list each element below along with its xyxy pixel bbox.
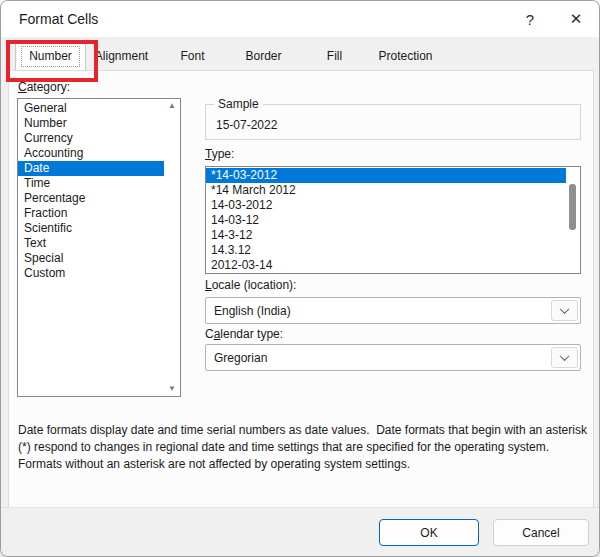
number-tab-page: Category: General Number Currency Accoun… [8,70,594,509]
sample-value: 15-07-2022 [216,118,277,132]
type-list-item[interactable]: *14-03-2012 [206,168,566,183]
cancel-button[interactable]: Cancel [493,519,589,546]
chevron-down-icon [560,351,570,361]
tab-label: Font [180,49,204,63]
category-scrollbar[interactable]: ▲ ▼ [164,99,180,396]
format-description: Date formats display date and time seria… [18,422,590,473]
type-label: Type: [205,147,234,161]
tab[interactable]: Border [228,41,299,70]
help-icon[interactable]: ? [507,1,553,37]
category-list-item[interactable]: Scientific [18,221,164,236]
type-list-item[interactable]: *14 March 2012 [206,183,566,198]
type-list-item[interactable]: 2012-03-14 [206,258,566,273]
type-list-item[interactable]: 14.3.12 [206,243,566,258]
calendar-dropdown-button[interactable] [551,347,578,368]
category-list-item[interactable]: Percentage [18,191,164,206]
locale-label: Locale (location): [205,278,296,292]
tab[interactable]: Protection [370,41,441,70]
tab-label: Protection [378,49,432,63]
tabs: Number Alignment Font Border Fill [1,37,599,70]
category-list-item[interactable]: Accounting [18,146,164,161]
locale-value: English (India) [206,304,580,318]
category-list-item[interactable]: Number [18,116,164,131]
tab[interactable]: Number [15,41,86,70]
type-scrollbar[interactable] [566,167,580,273]
tab-strip: Number Alignment Font Border Fill [1,37,599,70]
type-list-item[interactable]: 14-03-2012 [206,198,566,213]
category-list-item[interactable]: Date [18,161,164,176]
ok-button[interactable]: OK [379,519,479,546]
type-items: *14-03-2012 *14 March 2012 14-03-2012 14… [206,167,566,273]
close-icon[interactable]: ✕ [553,1,599,37]
calendar-type-dropdown[interactable]: Gregorian [205,344,581,371]
window-title: Format Cells [1,11,507,27]
scroll-up-icon[interactable]: ▲ [168,101,176,111]
locale-dropdown[interactable]: English (India) [205,297,581,324]
category-list-item[interactable]: Text [18,236,164,251]
calendar-type-value: Gregorian [206,351,580,365]
category-listbox: General Number Currency Accounting Date … [17,98,181,397]
scroll-down-icon[interactable]: ▼ [168,384,176,394]
tab-label: Number [29,49,72,63]
category-list-item[interactable]: General [18,101,164,116]
category-list-item[interactable]: Custom [18,266,164,281]
locale-dropdown-button[interactable] [551,300,578,321]
type-list-item[interactable]: 14-3-12 [206,228,566,243]
sample-group-label: Sample [214,97,263,111]
format-cells-dialog: Format Cells ? ✕ Number Alignment Font B… [0,0,600,557]
type-list-item[interactable]: 14-03-12 [206,213,566,228]
tab[interactable]: Font [157,41,228,70]
category-list-item[interactable]: Currency [18,131,164,146]
category-items: General Number Currency Accounting Date … [18,99,164,396]
chevron-down-icon [560,304,570,314]
category-label: Category: [18,80,70,94]
type-listbox: *14-03-2012 *14 March 2012 14-03-2012 14… [205,166,581,274]
tab-label: Fill [327,49,342,63]
tab[interactable]: Fill [299,41,370,70]
title-bar: Format Cells ? ✕ [1,1,599,37]
tab[interactable]: Alignment [86,41,157,70]
tab-label: Alignment [95,49,148,63]
scrollbar-thumb[interactable] [569,184,576,230]
dialog-footer: OK Cancel [1,507,599,556]
calendar-type-label: Calendar type: [205,327,283,341]
category-list-item[interactable]: Time [18,176,164,191]
category-list-item[interactable]: Fraction [18,206,164,221]
tab-label: Border [245,49,281,63]
category-list-item[interactable]: Special [18,251,164,266]
sample-group: Sample 15-07-2022 [205,104,581,140]
